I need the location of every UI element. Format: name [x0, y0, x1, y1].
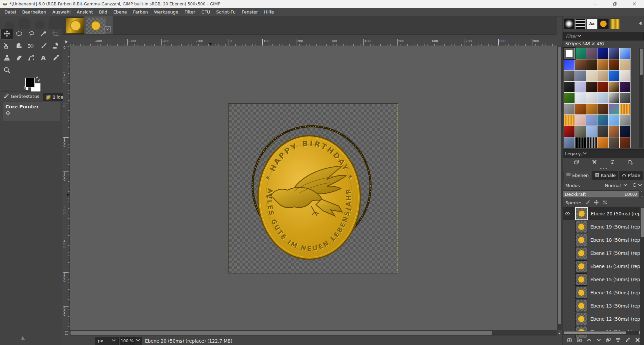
duplicate-pattern-button[interactable]	[574, 159, 579, 166]
pattern-swatch[interactable]	[564, 92, 575, 104]
zoom-dropdown-button[interactable]	[135, 337, 142, 345]
layer-thumbnail[interactable]	[575, 287, 587, 299]
dock-resize-handle[interactable]	[563, 168, 644, 169]
minimize-button[interactable]	[585, 0, 605, 8]
lock-pixels-icon[interactable]	[585, 200, 590, 206]
tool-paintbrush[interactable]	[37, 41, 49, 51]
pattern-swatch[interactable]	[586, 70, 597, 81]
pattern-swatch[interactable]	[597, 92, 608, 104]
pattern-swatch[interactable]	[564, 59, 575, 70]
pattern-swatch[interactable]	[575, 137, 586, 148]
pattern-swatch[interactable]	[575, 115, 586, 126]
pattern-swatch[interactable]	[597, 81, 608, 92]
pattern-swatch[interactable]	[597, 59, 608, 70]
tab-kanaele[interactable]: Kanäle	[592, 171, 618, 180]
delete-pattern-button[interactable]	[592, 159, 597, 166]
canvas-vertical-scrollbar[interactable]	[557, 46, 562, 330]
layer-thumbnail[interactable]	[575, 313, 587, 325]
lock-alpha-icon[interactable]	[603, 200, 608, 206]
pattern-swatch[interactable]	[619, 81, 631, 92]
dock-menu-icon[interactable]	[637, 21, 643, 27]
dialog-tab-brushes[interactable]	[564, 19, 574, 29]
menu-cfu[interactable]: CFU	[198, 8, 213, 16]
pattern-swatch[interactable]	[619, 126, 631, 137]
pattern-swatch[interactable]	[564, 48, 575, 59]
pattern-swatch[interactable]	[564, 126, 575, 137]
layer-row[interactable]: Ebene 17 (50ms) (replace)	[563, 246, 640, 260]
pattern-swatch[interactable]	[586, 59, 597, 70]
pattern-swatch[interactable]	[586, 48, 597, 59]
layer-row[interactable]: Ebene 15 (50ms) (replace)	[563, 273, 640, 286]
dialog-tab-palettes[interactable]	[598, 19, 609, 29]
menu-werkzeuge[interactable]: Werkzeuge	[151, 8, 181, 16]
pattern-swatch[interactable]	[575, 70, 586, 81]
horizontal-ruler[interactable]: -400-300-200-100010020030040050060070080…	[70, 39, 557, 46]
layer-thumbnail[interactable]	[575, 300, 587, 312]
layer-list-hscrollbar[interactable]	[563, 331, 639, 335]
tab-ebenen[interactable]: Ebenen	[563, 171, 591, 180]
layer-row[interactable]: Ebene 18 (50ms) (replace)	[563, 233, 640, 246]
pattern-swatch[interactable]	[619, 92, 631, 104]
pattern-swatch[interactable]	[575, 81, 586, 92]
pattern-swatch[interactable]	[575, 48, 586, 59]
menu-hilfe[interactable]: Hilfe	[261, 8, 277, 16]
menu-farben[interactable]: Farben	[130, 8, 151, 16]
close-image-icon[interactable]	[105, 26, 111, 32]
tool-fuzzy-select[interactable]	[37, 29, 49, 39]
menu-ansicht[interactable]: Ansicht	[74, 8, 96, 16]
pattern-swatch[interactable]	[586, 104, 597, 115]
duplicate-layer-button[interactable]	[606, 337, 611, 344]
scrollbar-thumb[interactable]	[641, 208, 644, 237]
image-tab-coin-opaque[interactable]	[66, 18, 85, 34]
tool-ellipse-select[interactable]	[13, 29, 25, 39]
new-group-button[interactable]	[577, 337, 582, 344]
open-pattern-button[interactable]	[628, 159, 633, 166]
tool-crop[interactable]	[49, 29, 61, 39]
pattern-swatch[interactable]	[608, 115, 619, 126]
ruler-origin-button[interactable]	[63, 39, 70, 46]
tool-move[interactable]	[1, 29, 13, 39]
tool-eraser[interactable]	[49, 41, 61, 51]
pattern-swatch[interactable]	[608, 92, 619, 104]
tool-smudge[interactable]	[13, 53, 25, 63]
pattern-swatch[interactable]	[608, 48, 619, 59]
pattern-swatch[interactable]	[575, 126, 586, 137]
pattern-swatch[interactable]	[586, 126, 597, 137]
tool-warp[interactable]	[13, 41, 25, 51]
menu-auswahl[interactable]: Auswahl	[49, 8, 74, 16]
pattern-swatch[interactable]	[597, 104, 608, 115]
pattern-swatch[interactable]	[619, 137, 631, 148]
canvas-navigation-button[interactable]	[557, 331, 562, 336]
tool-zoom[interactable]	[1, 65, 13, 76]
scrollbar-thumb[interactable]	[70, 331, 492, 335]
pattern-swatch[interactable]	[619, 48, 631, 59]
tool-free-select[interactable]	[25, 29, 37, 39]
scrollbar-thumb[interactable]	[640, 49, 643, 75]
quick-mask-toggle[interactable]	[63, 330, 70, 336]
pattern-swatch[interactable]	[597, 115, 608, 126]
pattern-swatch[interactable]	[608, 137, 619, 148]
dialog-tab-fonts[interactable]: Aa	[587, 19, 597, 29]
pattern-swatch[interactable]	[608, 70, 619, 81]
tab-geraetestatus[interactable]: i Gerätestatus	[1, 91, 42, 101]
pattern-swatch[interactable]	[608, 126, 619, 137]
pattern-swatch[interactable]	[619, 70, 631, 81]
pattern-swatch[interactable]	[597, 70, 608, 81]
layer-thumbnail[interactable]	[575, 260, 587, 272]
layer-thumbnail[interactable]	[575, 247, 587, 259]
save-device-status-button[interactable]	[20, 335, 26, 342]
pattern-swatch[interactable]	[597, 126, 608, 137]
layer-thumbnail[interactable]	[575, 234, 587, 246]
layer-row[interactable]: Ebene 16 (50ms) (replace)	[563, 260, 640, 273]
tool-transform[interactable]	[1, 41, 13, 51]
lock-position-icon[interactable]	[594, 200, 599, 206]
image-tab-coin-alpha[interactable]	[84, 16, 113, 34]
layer-row[interactable]: Ebene 14 (50ms) (replace)	[563, 286, 640, 299]
pattern-swatch[interactable]	[564, 81, 575, 92]
dialog-tab-gradients[interactable]	[610, 19, 620, 29]
menu-fenster[interactable]: Fenster	[239, 8, 261, 16]
tab-pfade[interactable]: Pfade	[619, 171, 643, 180]
zoom-input[interactable]: 100 %	[120, 337, 135, 345]
foreground-color-swatch[interactable]	[25, 78, 35, 87]
tool-clone[interactable]	[1, 53, 13, 63]
